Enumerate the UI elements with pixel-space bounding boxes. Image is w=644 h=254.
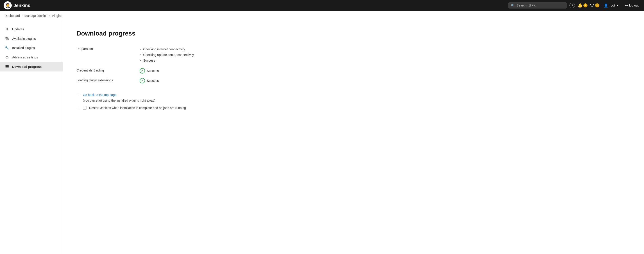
logout-icon: ↪ bbox=[625, 3, 628, 8]
breadcrumb-dashboard[interactable]: Dashboard bbox=[4, 14, 20, 17]
search-icon: 🔍 bbox=[511, 3, 515, 7]
credentials-binding-content: ✓ Success bbox=[140, 68, 630, 74]
sidebar-item-advanced-settings[interactable]: ⚙ Advanced settings bbox=[0, 53, 63, 62]
chevron-down-icon: ▼ bbox=[616, 4, 618, 7]
user-menu[interactable]: 👤 root ▼ bbox=[602, 2, 620, 8]
search-bar[interactable]: 🔍 bbox=[508, 2, 567, 8]
help-button[interactable]: ? bbox=[570, 3, 575, 8]
user-icon: 👤 bbox=[604, 3, 608, 8]
help-icon: ? bbox=[571, 4, 573, 7]
breadcrumb: Dashboard › Manage Jenkins › Plugins bbox=[0, 11, 644, 21]
sidebar: ⬇ Updates 🛍 Available plugins 🔧 Installe… bbox=[0, 21, 63, 254]
loading-plugin-extensions-row: Loading plugin extensions ✓ Success bbox=[76, 76, 630, 86]
loading-plugin-extensions-status-text: Success bbox=[147, 79, 159, 83]
actions-section: → Go back to the top page (you can start… bbox=[76, 93, 630, 110]
security-button[interactable]: 🛡 1 bbox=[590, 3, 599, 8]
jenkins-mascot-icon: 🤵 bbox=[4, 1, 12, 9]
credentials-binding-row: Credentials Binding ✓ Success bbox=[76, 66, 630, 76]
arrow-right-icon-2: → bbox=[76, 106, 80, 110]
preparation-row: Preparation Checking internet connectivi… bbox=[76, 44, 630, 66]
page-layout: ⬇ Updates 🛍 Available plugins 🔧 Installe… bbox=[0, 21, 644, 254]
sidebar-item-download-progress[interactable]: ☰ Download progress bbox=[0, 62, 63, 71]
credentials-binding-status: ✓ Success bbox=[140, 68, 630, 74]
loading-plugin-extensions-label: Loading plugin extensions bbox=[76, 78, 130, 82]
sidebar-item-label-download-progress: Download progress bbox=[12, 65, 42, 69]
breadcrumb-current: Plugins bbox=[52, 14, 62, 17]
security-badge: 1 bbox=[595, 3, 599, 7]
go-back-link[interactable]: Go back to the top page bbox=[83, 93, 116, 97]
restart-checkbox[interactable] bbox=[83, 106, 86, 110]
credentials-binding-status-text: Success bbox=[147, 69, 159, 73]
download-progress-icon: ☰ bbox=[4, 64, 10, 69]
list-item: Checking internet connectivity bbox=[140, 46, 630, 52]
header: 🤵 Jenkins 🔍 ? 🔔 1 🛡 1 👤 root ▼ ↪ log out bbox=[0, 0, 644, 11]
notifications-button[interactable]: 🔔 1 bbox=[578, 3, 588, 8]
success-check-icon-2: ✓ bbox=[140, 78, 145, 83]
sidebar-item-label-installed-plugins: Installed plugins bbox=[12, 46, 35, 50]
bell-icon: 🔔 bbox=[578, 3, 582, 8]
app-title: Jenkins bbox=[14, 3, 30, 8]
action-subtext: (you can start using the installed plugi… bbox=[83, 99, 630, 102]
page-title: Download progress bbox=[76, 30, 630, 37]
preparation-content: Checking internet connectivity Checking … bbox=[140, 46, 630, 64]
arrow-right-icon: → bbox=[76, 93, 80, 97]
sidebar-item-installed-plugins[interactable]: 🔧 Installed plugins bbox=[0, 43, 63, 53]
loading-plugin-extensions-content: ✓ Success bbox=[140, 78, 630, 83]
main-content: Download progress Preparation Checking i… bbox=[63, 21, 644, 254]
progress-table: Preparation Checking internet connectivi… bbox=[76, 44, 630, 86]
success-check-icon: ✓ bbox=[140, 68, 145, 74]
logout-label: log out bbox=[629, 3, 638, 7]
restart-action-row: → Restart Jenkins when installation is c… bbox=[76, 106, 630, 110]
sidebar-item-label-advanced-settings: Advanced settings bbox=[12, 56, 38, 59]
header-actions: 🔔 1 🛡 1 👤 root ▼ ↪ log out bbox=[578, 2, 640, 8]
breadcrumb-sep-1: › bbox=[22, 14, 23, 17]
installed-plugins-icon: 🔧 bbox=[4, 45, 10, 50]
restart-label: Restart Jenkins when installation is com… bbox=[89, 106, 186, 110]
top-page-action-row: → Go back to the top page bbox=[76, 93, 630, 97]
list-item: Success bbox=[140, 58, 630, 63]
updates-icon: ⬇ bbox=[4, 27, 10, 32]
search-input[interactable] bbox=[516, 3, 564, 7]
sidebar-item-label-available-plugins: Available plugins bbox=[12, 37, 36, 40]
list-item: Checking update center connectivity bbox=[140, 52, 630, 58]
app-logo[interactable]: 🤵 Jenkins bbox=[4, 1, 30, 9]
sidebar-item-label-updates: Updates bbox=[12, 27, 24, 31]
breadcrumb-manage-jenkins[interactable]: Manage Jenkins bbox=[24, 14, 48, 17]
notification-badge: 1 bbox=[584, 3, 588, 7]
preparation-label: Preparation bbox=[76, 46, 130, 51]
breadcrumb-sep-2: › bbox=[49, 14, 50, 17]
username-label: root bbox=[610, 3, 615, 7]
advanced-settings-icon: ⚙ bbox=[4, 55, 10, 60]
sidebar-item-available-plugins[interactable]: 🛍 Available plugins bbox=[0, 34, 63, 43]
preparation-list: Checking internet connectivity Checking … bbox=[140, 46, 630, 64]
logout-button[interactable]: ↪ log out bbox=[623, 2, 640, 8]
sidebar-item-updates[interactable]: ⬇ Updates bbox=[0, 24, 63, 34]
shield-icon: 🛡 bbox=[590, 3, 594, 8]
available-plugins-icon: 🛍 bbox=[4, 36, 10, 41]
loading-plugin-extensions-status: ✓ Success bbox=[140, 78, 630, 83]
credentials-binding-label: Credentials Binding bbox=[76, 68, 130, 72]
